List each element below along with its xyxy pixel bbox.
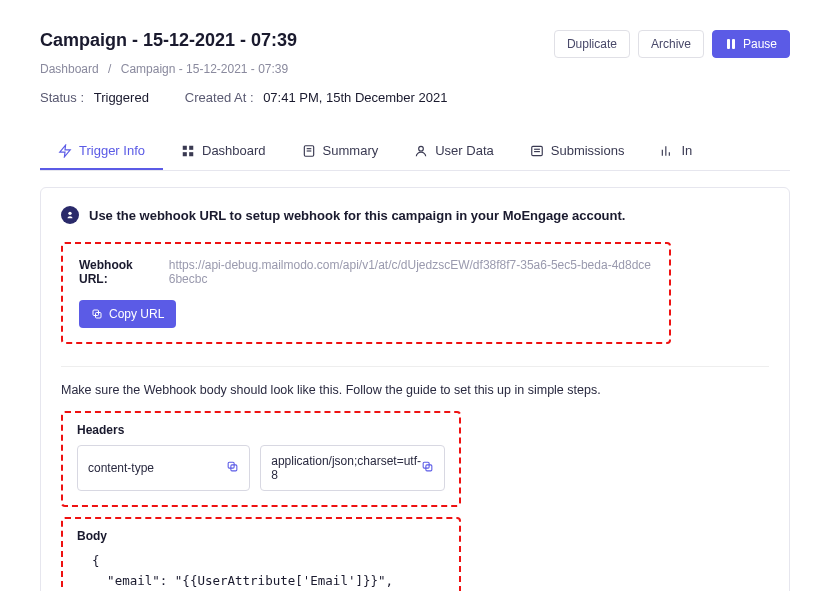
tab-submissions[interactable]: Submissions	[512, 133, 643, 170]
tab-label: Trigger Info	[79, 143, 145, 158]
tab-summary[interactable]: Summary	[284, 133, 397, 170]
user-icon	[414, 144, 428, 158]
body-code: { "email": "{{UserAttribute['Email']}}",…	[77, 551, 445, 591]
list-icon	[530, 144, 544, 158]
tab-trigger-info[interactable]: Trigger Info	[40, 133, 163, 170]
trigger-info-panel: Use the webhook URL to setup webhook for…	[40, 187, 790, 591]
pause-button[interactable]: Pause	[712, 30, 790, 58]
header-value-field: application/json;charset=utf-8	[260, 445, 445, 491]
breadcrumb: Dashboard / Campaign - 15-12-2021 - 07:3…	[40, 62, 790, 76]
svg-point-17	[68, 212, 71, 215]
page-title: Campaign - 15-12-2021 - 07:39	[40, 30, 297, 51]
duplicate-button[interactable]: Duplicate	[554, 30, 630, 58]
info-icon	[61, 206, 79, 224]
svg-marker-2	[60, 145, 71, 157]
breadcrumb-root[interactable]: Dashboard	[40, 62, 99, 76]
webhook-url-value: https://api-debug.mailmodo.com/api/v1/at…	[169, 258, 653, 286]
headers-box: Headers content-type application/json;ch…	[61, 411, 461, 507]
header-key-field: content-type	[77, 445, 250, 491]
chart-icon	[660, 144, 674, 158]
grid-icon	[181, 144, 195, 158]
webhook-callout: Use the webhook URL to setup webhook for…	[61, 206, 769, 224]
tab-label: Dashboard	[202, 143, 266, 158]
tab-label: Submissions	[551, 143, 625, 158]
webhook-url-box: Webhook URL: https://api-debug.mailmodo.…	[61, 242, 671, 344]
svg-rect-0	[727, 39, 730, 49]
tabs: Trigger Info Dashboard Summary User Data…	[40, 133, 790, 171]
svg-point-10	[419, 146, 424, 151]
status-field: Status : Triggered	[40, 90, 149, 105]
tab-dashboard[interactable]: Dashboard	[163, 133, 284, 170]
created-value: 07:41 PM, 15th December 2021	[263, 90, 447, 105]
status-label: Status :	[40, 90, 84, 105]
copy-header-value-icon[interactable]	[421, 460, 434, 476]
status-value: Triggered	[94, 90, 149, 105]
svg-rect-5	[183, 152, 187, 156]
callout-text: Use the webhook URL to setup webhook for…	[89, 208, 625, 223]
copy-url-button[interactable]: Copy URL	[79, 300, 176, 328]
header-value-text: application/json;charset=utf-8	[271, 454, 421, 482]
pause-icon	[725, 38, 737, 50]
created-label: Created At :	[185, 90, 254, 105]
header-actions: Duplicate Archive Pause	[554, 30, 790, 58]
copy-header-key-icon[interactable]	[226, 460, 239, 476]
divider	[61, 366, 769, 367]
archive-button[interactable]: Archive	[638, 30, 704, 58]
body-label: Body	[77, 529, 445, 543]
document-icon	[302, 144, 316, 158]
webhook-url-label: Webhook URL:	[79, 258, 159, 286]
tab-label: In	[681, 143, 692, 158]
tab-label: User Data	[435, 143, 494, 158]
lightning-icon	[58, 144, 72, 158]
tab-insights[interactable]: In	[642, 133, 710, 170]
tab-label: Summary	[323, 143, 379, 158]
created-field: Created At : 07:41 PM, 15th December 202…	[185, 90, 448, 105]
svg-rect-6	[189, 152, 193, 156]
pause-label: Pause	[743, 37, 777, 51]
header-key-text: content-type	[88, 461, 154, 475]
svg-rect-3	[183, 145, 187, 149]
tab-user-data[interactable]: User Data	[396, 133, 512, 170]
copy-icon	[91, 308, 103, 320]
body-box: Body { "email": "{{UserAttribute['Email'…	[61, 517, 461, 591]
svg-rect-1	[732, 39, 735, 49]
copy-url-label: Copy URL	[109, 307, 164, 321]
breadcrumb-current: Campaign - 15-12-2021 - 07:39	[121, 62, 288, 76]
headers-label: Headers	[77, 423, 445, 437]
body-hint: Make sure the Webhook body should look l…	[61, 383, 769, 397]
breadcrumb-sep: /	[108, 62, 111, 76]
svg-rect-4	[189, 145, 193, 149]
